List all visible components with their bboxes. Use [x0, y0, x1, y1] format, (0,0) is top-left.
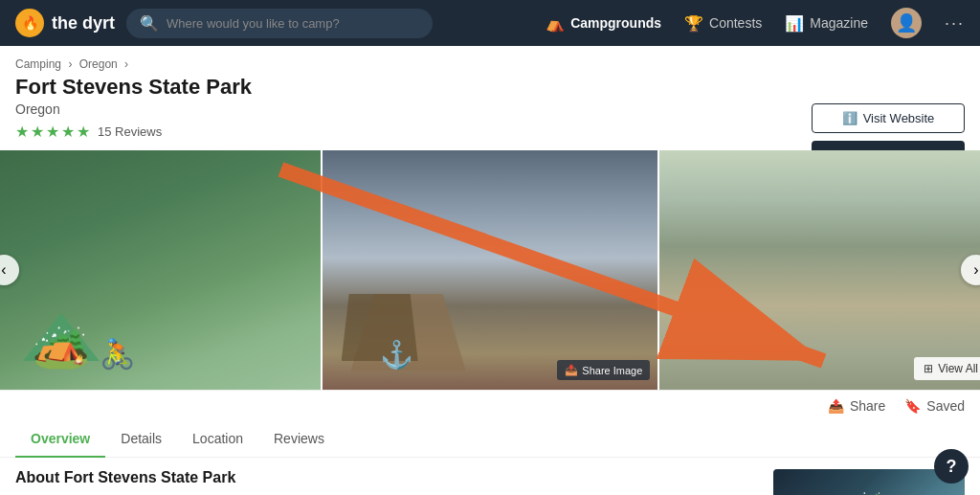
header: 🔥 the dyrt 🔍 ⛺ Campgrounds 🏆 Contests 📊 …: [0, 0, 980, 46]
search-icon: 🔍: [140, 14, 159, 33]
thumbnail-icon: 🏕️: [852, 491, 887, 496]
logo-icon: 🔥: [15, 9, 44, 37]
star-rating: ★ ★ ★ ★ ★: [15, 123, 90, 141]
visit-website-button[interactable]: ℹ️ Visit Website: [812, 103, 965, 133]
gallery-image-1[interactable]: 🏕️ 🚴: [0, 150, 321, 390]
nav: ⛺ Campgrounds 🏆 Contests 📊 Magazine 👤 ··…: [546, 8, 965, 38]
nav-contests[interactable]: 🏆 Contests: [684, 14, 762, 33]
user-avatar[interactable]: 👤: [891, 8, 922, 38]
image-gallery: 🏕️ 🚴 ⚓ 📤 Share Image ⊞ View All ‹ ›: [0, 150, 980, 390]
nav-campgrounds-label: Campgrounds: [570, 15, 661, 31]
page-wrapper: 🔥 the dyrt 🔍 ⛺ Campgrounds 🏆 Contests 📊 …: [0, 0, 980, 495]
tab-reviews[interactable]: Reviews: [258, 421, 340, 458]
saved-button[interactable]: 🔖 Saved: [904, 398, 965, 414]
gallery-image-3[interactable]: ⊞ View All: [659, 150, 980, 390]
search-input[interactable]: [167, 16, 419, 31]
about-title: About Fort Stevens State Park: [15, 469, 758, 486]
breadcrumb-camping[interactable]: Camping: [15, 57, 61, 71]
park-title: Fort Stevens State Park: [15, 75, 965, 100]
share-icon: 📤: [828, 398, 844, 414]
nav-contests-label: Contests: [709, 15, 762, 31]
info-icon: ℹ️: [842, 111, 858, 125]
bookmark-icon: 🔖: [904, 398, 921, 414]
gallery-image-2[interactable]: ⚓ 📤 Share Image: [323, 150, 658, 390]
magazine-icon: 📊: [785, 14, 804, 33]
action-bar: 📤 Share 🔖 Saved: [0, 390, 980, 421]
tab-details[interactable]: Details: [105, 421, 177, 458]
more-menu[interactable]: ···: [945, 13, 965, 34]
logo-text: the dyrt: [52, 13, 115, 34]
logo[interactable]: 🔥 the dyrt: [15, 9, 115, 37]
share-button[interactable]: 📤 Share: [828, 398, 885, 414]
view-all-button[interactable]: ⊞ View All: [914, 357, 980, 380]
breadcrumb-oregon[interactable]: Oregon: [79, 57, 118, 71]
tab-overview[interactable]: Overview: [15, 421, 105, 458]
tab-location[interactable]: Location: [177, 421, 258, 458]
about-section: About Fort Stevens State Park Operator S…: [15, 469, 758, 495]
share-image-button[interactable]: 📤 Share Image: [557, 360, 650, 380]
tab-bar: Overview Details Location Reviews: [0, 421, 980, 458]
lower-content: About Fort Stevens State Park Operator S…: [0, 458, 980, 495]
campgrounds-icon: ⛺: [546, 14, 565, 33]
review-count: 15 Reviews: [98, 124, 162, 139]
breadcrumb: Camping › Oregon ›: [15, 57, 965, 71]
share-image-icon: 📤: [565, 364, 578, 376]
nav-magazine-label: Magazine: [810, 15, 868, 31]
grid-icon: ⊞: [924, 362, 933, 375]
nav-campgrounds[interactable]: ⛺ Campgrounds: [546, 14, 661, 33]
search-bar[interactable]: 🔍: [126, 9, 433, 38]
help-button[interactable]: ?: [934, 449, 969, 484]
nav-magazine[interactable]: 📊 Magazine: [785, 14, 868, 33]
contests-icon: 🏆: [684, 14, 703, 33]
